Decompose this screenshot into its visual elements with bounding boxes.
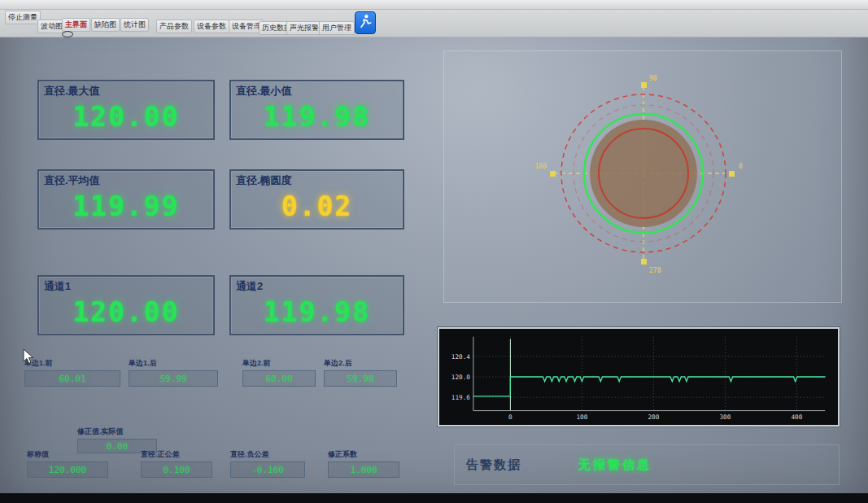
- toolbar: 停止测量 波动图 主界面 缺陷图 统计图 产品参数 设备参数 设备管理 历史数据…: [0, 10, 868, 37]
- edge-label: 单边2.后: [324, 358, 397, 369]
- alarm-label: 告警数据: [466, 457, 521, 473]
- toolbar-button-device-params[interactable]: 设备参数: [194, 20, 229, 33]
- param-value: 120.000: [49, 465, 86, 475]
- toolbar-button-user-manage[interactable]: 用户管理: [319, 21, 355, 35]
- edge-label: 单边1.前: [24, 358, 120, 369]
- toolbar-button-defect-chart[interactable]: 缺陷图: [91, 18, 120, 32]
- metric-value: 119.98: [231, 94, 403, 138]
- param-value-box: -0.100: [230, 461, 305, 478]
- param-value-box: 0.100: [141, 461, 212, 478]
- application-window: 停止测量 波动图 主界面 缺陷图 统计图 产品参数 设备参数 设备管理 历史数据…: [0, 0, 868, 503]
- edge-label: 单边2.前: [242, 358, 316, 369]
- y-tick: 120.4: [451, 353, 471, 361]
- param-positive-tolerance: 直径.正公差 0.100: [141, 449, 212, 478]
- mode-indicator-ellipse: [62, 31, 73, 37]
- x-tick: 300: [719, 413, 731, 421]
- param-nominal-value: 标称值 120.000: [27, 449, 108, 478]
- param-label: 修正系数: [328, 449, 399, 460]
- metric-value: 120.00: [39, 94, 213, 138]
- param-value: 0.100: [163, 465, 190, 475]
- edge-value: 59.99: [159, 374, 186, 384]
- calibration-label: 修正值.实际值: [77, 426, 157, 437]
- gauge-label-left: 180: [535, 163, 547, 170]
- metric-panel-diameter-max: 直径.最大值 120.00: [37, 80, 215, 140]
- metric-value: 0.02: [231, 184, 403, 228]
- trend-series-line: [473, 377, 826, 396]
- trend-axes: [473, 337, 825, 411]
- param-value-box: 1.000: [328, 461, 399, 478]
- running-person-icon: [358, 13, 373, 33]
- edge-value: 60.00: [265, 374, 292, 384]
- param-value-box: 120.000: [27, 461, 108, 478]
- trend-chart-panel: 120.4 120.0 119.6 0 100 200 300 400: [438, 327, 840, 426]
- alarm-status-text: 无报警信息: [578, 457, 652, 473]
- trend-chart: 120.4 120.0 119.6 0 100 200 300 400: [439, 329, 838, 425]
- gauge-label-right: 0: [739, 163, 743, 170]
- metric-panel-channel-1: 通道1 120.00: [37, 275, 215, 335]
- param-correction-factor: 修正系数 1.000: [328, 449, 399, 478]
- metric-value: 119.98: [231, 290, 403, 334]
- metric-panel-ovality: 直径.椭圆度 0.02: [229, 169, 404, 230]
- x-tick: 400: [791, 413, 802, 421]
- metric-value: 119.99: [39, 184, 213, 228]
- window-titlebar: [0, 0, 868, 10]
- edge-value: 59.98: [347, 374, 373, 384]
- toolbar-button-stop-measure[interactable]: 停止测量: [5, 11, 41, 24]
- metric-panel-diameter-min: 直径.最小值 119.98: [229, 80, 404, 140]
- x-tick: 200: [648, 413, 659, 421]
- run-status-button[interactable]: [355, 11, 376, 34]
- edge-value-box: 59.98: [324, 370, 397, 387]
- x-tick: 100: [576, 413, 587, 421]
- gauge-label-bottom: 270: [649, 267, 661, 274]
- y-tick: 119.6: [451, 394, 471, 401]
- metric-panel-diameter-avg: 直径.平均值 119.99: [37, 169, 215, 230]
- cross-section-gauge: 90 270 180 0: [444, 51, 843, 304]
- param-label: 直径.负公差: [230, 449, 305, 460]
- edge-value-box: 60.01: [24, 370, 120, 387]
- param-negative-tolerance: 直径.负公差 -0.100: [230, 449, 305, 478]
- param-label: 标称值: [27, 449, 108, 460]
- x-tick: 0: [508, 413, 513, 421]
- alarm-data-panel: 告警数据 无报警信息: [454, 444, 840, 485]
- edge-readout-2-back: 单边2.后 59.98: [324, 358, 397, 387]
- mouse-cursor: [23, 348, 34, 368]
- edge-value-box: 59.99: [129, 370, 218, 387]
- toolbar-button-sound-alarm[interactable]: 声光报警: [286, 21, 322, 35]
- cross-section-gauge-panel: 90 270 180 0: [443, 50, 842, 303]
- edge-readout-1-back: 单边1.后 59.99: [129, 358, 218, 387]
- product-cross-section: [590, 120, 697, 227]
- edge-readout-1-front: 单边1.前 60.01: [24, 358, 120, 387]
- edge-label: 单边1.后: [129, 358, 218, 369]
- toolbar-button-main-screen[interactable]: 主界面: [62, 18, 90, 32]
- param-value: -0.100: [251, 465, 284, 475]
- edge-value-box: 60.00: [242, 370, 316, 387]
- edge-value: 60.01: [59, 374, 85, 384]
- metric-value: 120.00: [39, 290, 213, 334]
- param-value: 1.000: [350, 465, 377, 475]
- bottom-bar: [0, 493, 868, 503]
- edge-readout-2-front: 单边2.前 60.00: [242, 358, 316, 387]
- calibration-value: 0.00: [107, 441, 129, 452]
- gauge-label-top: 90: [649, 75, 657, 82]
- param-label: 直径.正公差: [141, 449, 212, 460]
- metric-panel-channel-2: 通道2 119.98: [229, 275, 404, 335]
- toolbar-button-product-params[interactable]: 产品参数: [156, 20, 192, 33]
- toolbar-button-statistics-chart[interactable]: 统计图: [120, 18, 149, 32]
- y-tick: 120.0: [451, 374, 471, 381]
- trend-grid: [473, 337, 825, 411]
